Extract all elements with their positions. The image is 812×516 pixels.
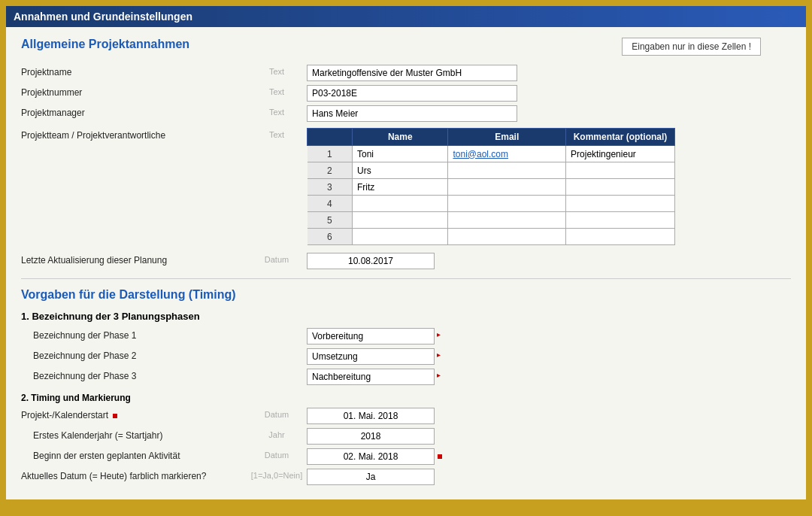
startjahr-input[interactable] [307,428,435,445]
aktivitaet-label: Beginn der ersten geplanten Aktivität [21,448,247,461]
kalenderstart-row: Projekt-/Kalenderstart Datum [21,408,791,424]
team-email-1[interactable]: toni@aol.com [448,146,566,162]
content-area: Allgemeine Projektannahmen Eingaben nur … [6,27,806,499]
phase1-row: Bezeichnung der Phase 1 [21,328,791,345]
phase3-row: Bezeichnung der Phase 3 [21,369,791,385]
row-num-3: 3 [308,179,353,196]
team-email-5[interactable] [448,212,566,229]
team-name-2[interactable]: Urs [353,162,448,179]
team-row: Projektteam / Projektverantwortliche Tex… [21,128,791,245]
team-email-2[interactable] [448,162,566,179]
team-header-comment: Kommentar (optional) [566,129,675,146]
projektnummer-input[interactable] [307,85,517,102]
heute-label: Aktuelles Datum (= Heute) farblich marki… [21,469,247,481]
team-comment-5 [566,212,675,229]
phase3-label: Bezeichnung der Phase 3 [21,369,247,381]
table-row: 6 [308,229,675,245]
phase1-input[interactable] [307,328,435,345]
heute-input[interactable] [307,469,435,485]
projektmanager-hint: Text [247,105,307,117]
table-row: 1Tonitoni@aol.comProjektingenieur [308,146,675,162]
team-name-6[interactable] [353,229,448,245]
team-email-4[interactable] [448,196,566,212]
projektmanager-row: Projektmanager Text [21,105,791,122]
main-window: Annahmen und Grundeinstellungen Allgemei… [5,5,807,501]
projektname-row: Projektname Text [21,65,791,81]
startjahr-label: Erstes Kalenderjahr (= Startjahr) [21,428,247,441]
update-row: Letzte Aktualisierung dieser Planung Dat… [21,253,791,269]
update-hint: Datum [247,253,307,264]
row-num-6: 6 [308,229,353,245]
table-row: 2Urs [308,162,675,179]
phase2-input[interactable] [307,348,435,365]
team-comment-2 [566,162,675,179]
timing2-subtitle: 2. Timing und Markierung [21,393,791,403]
title-bar: Annahmen und Grundeinstellungen [6,6,806,27]
team-name-3[interactable]: Fritz [353,179,448,196]
team-email-3[interactable] [448,179,566,196]
section-divider [21,278,791,279]
red-dot-kalenderstart [113,414,117,418]
update-label: Letzte Aktualisierung dieser Planung [21,253,247,266]
projektname-input[interactable] [307,65,517,81]
update-input[interactable] [307,253,435,269]
aktivitaet-hint: Datum [247,448,307,460]
team-comment-6 [566,229,675,245]
heute-row: Aktuelles Datum (= Heute) farblich marki… [21,469,791,485]
heute-hint: [1=Ja,0=Nein] [247,469,307,480]
phase2-row: Bezeichnung der Phase 2 [21,348,791,365]
projektnummer-row: Projektnummer Text [21,85,791,102]
projektmanager-label: Projektmanager [21,105,247,118]
team-email-6[interactable] [448,229,566,245]
phase-subtitle: 1. Bezeichnung der 3 Planungsphasen [21,311,791,322]
team-name-5[interactable] [353,212,448,229]
projektnummer-hint: Text [247,85,307,96]
aktivitaet-row: Beginn der ersten geplanten Aktivität Da… [21,448,791,465]
team-table: Name Email Kommentar (optional) 1Toniton… [307,128,675,245]
table-row: 3Fritz [308,179,675,196]
startjahr-hint: Jahr [247,428,307,439]
phase2-label: Bezeichnung der Phase 2 [21,348,247,361]
team-label: Projektteam / Projektverantwortliche [21,128,247,141]
projektname-hint: Text [247,65,307,76]
timing-section-title: Vorgaben für die Darstellung (Timing) [21,288,791,302]
team-name-4[interactable] [353,196,448,212]
table-row: 5 [308,212,675,229]
title-bar-label: Annahmen und Grundeinstellungen [14,11,192,23]
row-num-5: 5 [308,212,353,229]
aktivitaet-input[interactable] [307,448,435,465]
kalenderstart-hint: Datum [247,408,307,419]
table-row: 4 [308,196,675,212]
phase3-input[interactable] [307,369,435,385]
projektmanager-input[interactable] [307,105,517,122]
red-dot-aktivitaet [438,454,442,459]
team-hint: Text [247,128,307,139]
team-header-name: Name [353,129,448,146]
projektname-label: Projektname [21,65,247,77]
kalenderstart-label: Projekt-/Kalenderstart [21,408,247,420]
team-name-1[interactable]: Toni [353,146,448,162]
general-section-title: Allgemeine Projektannahmen [21,38,189,51]
team-header-email: Email [448,129,566,146]
team-comment-3 [566,179,675,196]
row-num-2: 2 [308,162,353,179]
kalenderstart-input[interactable] [307,408,435,424]
row-num-1: 1 [308,146,353,162]
hint-button[interactable]: Eingaben nur in diese Zellen ! [622,38,761,56]
team-comment-1: Projektingenieur [566,146,675,162]
phase1-label: Bezeichnung der Phase 1 [21,328,247,341]
projektnummer-label: Projektnummer [21,85,247,98]
row-num-4: 4 [308,196,353,212]
team-comment-4 [566,196,675,212]
startjahr-row: Erstes Kalenderjahr (= Startjahr) Jahr [21,428,791,445]
